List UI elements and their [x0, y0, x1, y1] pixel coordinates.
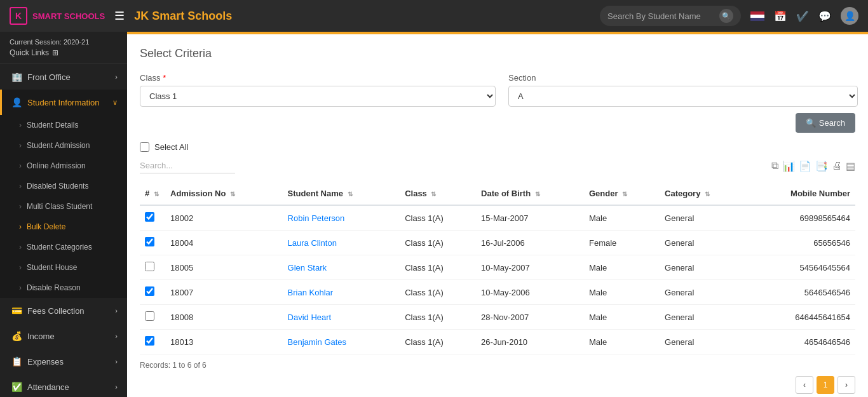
section-select[interactable]: A B C	[508, 86, 858, 107]
sidebar-item-front-office[interactable]: 🏢 Front Office ›	[0, 64, 127, 90]
table-row: 18007 Brian Kohlar Class 1(A) 10-May-200…	[140, 280, 855, 305]
row-checkbox[interactable]	[145, 336, 154, 346]
row-checkbox-cell[interactable]	[140, 231, 165, 255]
class-cell: Class 1(A)	[400, 231, 476, 255]
session-label: Current Session: 2020-21	[10, 38, 118, 46]
row-checkbox[interactable]	[145, 237, 154, 246]
criteria-form: Class * Class 1 Class 2 Class 3 Class 4 …	[140, 73, 855, 107]
required-indicator: *	[163, 73, 166, 83]
copy-icon[interactable]: ⧉	[771, 160, 778, 172]
search-input[interactable]	[607, 11, 715, 21]
student-info-submenu: Student Details Student Admission Online…	[0, 115, 127, 298]
class-cell: Class 1(A)	[400, 280, 476, 305]
sidebar-item-label: Front Office	[27, 72, 71, 82]
sidebar-item-student-house[interactable]: Student House	[0, 257, 127, 278]
quick-links[interactable]: Quick Links ⊞	[10, 48, 118, 57]
admission-no: 18008	[165, 305, 283, 330]
sidebar-item-student-admission[interactable]: Student Admission	[0, 135, 127, 156]
student-name[interactable]: Brian Kohlar	[283, 280, 400, 305]
category-cell: General	[660, 231, 746, 255]
hamburger-menu[interactable]: ☰	[114, 9, 125, 23]
select-all-checkbox[interactable]	[140, 142, 149, 152]
table-row: 18013 Benjamin Gates Class 1(A) 26-Jun-2…	[140, 330, 855, 354]
dob-cell: 10-May-2007	[476, 255, 584, 280]
select-all-label: Select All	[154, 142, 188, 152]
sidebar-item-multi-class-student[interactable]: Multi Class Student	[0, 196, 127, 217]
search-icon: 🔍	[806, 118, 816, 128]
sidebar-item-attendance[interactable]: ✅ Attendance ›	[0, 374, 127, 397]
excel-icon[interactable]: 📊	[782, 160, 795, 172]
row-checkbox-cell[interactable]	[140, 280, 165, 305]
next-page-button[interactable]: ›	[837, 376, 855, 394]
category-cell: General	[660, 330, 746, 354]
search-button[interactable]: 🔍	[719, 9, 733, 23]
student-name[interactable]: Laura Clinton	[283, 231, 400, 255]
row-checkbox[interactable]	[145, 311, 154, 321]
student-name[interactable]: Benjamin Gates	[283, 330, 400, 354]
category-cell: General	[660, 305, 746, 330]
sidebar-item-fees-collection[interactable]: 💳 Fees Collection ›	[0, 298, 127, 323]
col-category: Category ⇅	[660, 182, 746, 205]
table-controls: ⧉ 📊 📄 📑 🖨 ▤	[140, 158, 855, 178]
sidebar-item-online-admission[interactable]: Online Admission	[0, 156, 127, 176]
user-avatar[interactable]: 👤	[841, 7, 858, 25]
sidebar-item-expenses[interactable]: 📋 Expenses ›	[0, 349, 127, 374]
logo-letter: K	[15, 11, 22, 21]
row-checkbox-cell[interactable]	[140, 205, 165, 231]
top-navigation: K SMART SCHOOLS ☰ JK Smart Schools 🔍 📅 ✔…	[0, 0, 868, 32]
class-cell: Class 1(A)	[400, 330, 476, 354]
mobile-cell: 646445641654	[746, 305, 855, 330]
student-name[interactable]: Robin Peterson	[283, 205, 400, 231]
search-button[interactable]: 🔍 Search	[796, 113, 855, 133]
chevron-icon: ›	[115, 332, 118, 340]
sidebar-item-student-information[interactable]: 👤 Student Information ∨	[0, 90, 127, 115]
pdf-icon[interactable]: 📑	[815, 160, 828, 172]
student-name[interactable]: David Heart	[283, 305, 400, 330]
dob-cell: 26-Jun-2010	[476, 330, 584, 354]
table-row: 18005 Glen Stark Class 1(A) 10-May-2007 …	[140, 255, 855, 280]
select-all-row: Select All	[140, 142, 855, 152]
mobile-cell: 5646546546	[746, 280, 855, 305]
gender-cell: Male	[584, 330, 660, 354]
sidebar-item-bulk-delete[interactable]: Bulk Delete	[0, 217, 127, 237]
sidebar-item-income[interactable]: 💰 Income ›	[0, 323, 127, 349]
admission-no: 18005	[165, 255, 283, 280]
class-select[interactable]: Class 1 Class 2 Class 3 Class 4 Class 5	[140, 86, 496, 107]
whatsapp-icon[interactable]: 💬	[818, 10, 831, 22]
print-icon[interactable]: 🖨	[832, 160, 842, 172]
attendance-icon: ✅	[11, 382, 22, 392]
expenses-icon: 📋	[11, 356, 22, 367]
checklist-icon[interactable]: ✔️	[796, 10, 809, 22]
columns-icon[interactable]: ▤	[846, 160, 855, 172]
logo-box: K	[10, 7, 27, 25]
prev-page-button[interactable]: ‹	[796, 376, 813, 394]
student-name[interactable]: Glen Stark	[283, 255, 400, 280]
dob-cell: 15-Mar-2007	[476, 205, 584, 231]
sidebar-item-student-details[interactable]: Student Details	[0, 115, 127, 135]
mobile-cell: 65656546	[746, 231, 855, 255]
class-label: Class *	[140, 73, 496, 83]
row-checkbox[interactable]	[145, 212, 154, 222]
class-cell: Class 1(A)	[400, 255, 476, 280]
calendar-icon[interactable]: 📅	[774, 10, 787, 22]
row-checkbox[interactable]	[145, 262, 154, 271]
gender-cell: Female	[584, 231, 660, 255]
csv-icon[interactable]: 📄	[799, 160, 811, 172]
nav-icons: 📅 ✔️ 💬 👤	[750, 7, 858, 25]
income-icon: 💰	[11, 331, 22, 341]
row-checkbox-cell[interactable]	[140, 305, 165, 330]
front-office-icon: 🏢	[11, 72, 22, 82]
page-1-button[interactable]: 1	[817, 376, 834, 394]
row-checkbox-cell[interactable]	[140, 330, 165, 354]
sidebar-item-disabled-students[interactable]: Disabled Students	[0, 176, 127, 196]
row-checkbox[interactable]	[145, 286, 154, 296]
chevron-icon: ›	[115, 73, 118, 81]
sidebar-item-student-categories[interactable]: Student Categories	[0, 237, 127, 257]
table-search-input[interactable]	[140, 158, 235, 173]
row-checkbox-cell[interactable]	[140, 255, 165, 280]
flag-icon[interactable]	[750, 11, 764, 21]
col-dob: Date of Birth ⇅	[476, 182, 584, 205]
sidebar-item-disable-reason[interactable]: Disable Reason	[0, 278, 127, 298]
class-cell: Class 1(A)	[400, 305, 476, 330]
dob-cell: 10-May-2006	[476, 280, 584, 305]
